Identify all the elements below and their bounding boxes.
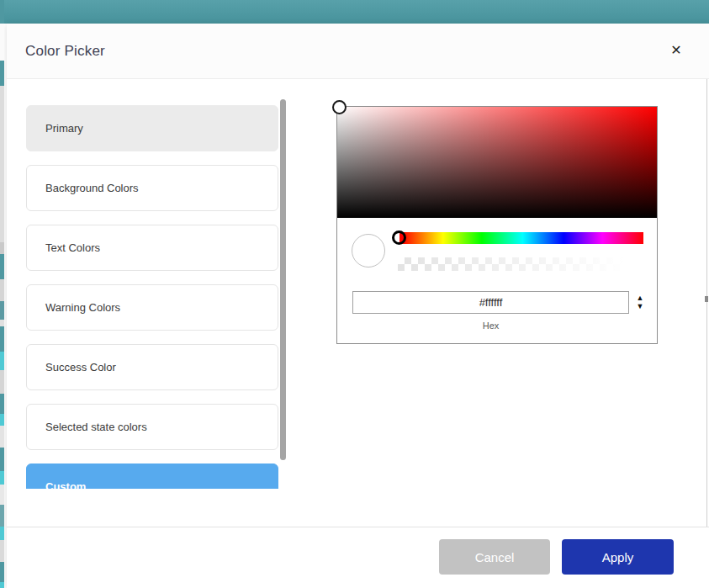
stepper-up-icon[interactable]: ▲ (637, 294, 644, 302)
current-color-swatch (352, 234, 385, 268)
sidebar-item-selected-state-colors[interactable]: Selected state colors (26, 404, 278, 450)
sidebar-item-text-colors[interactable]: Text Colors (26, 225, 278, 271)
cancel-button[interactable]: Cancel (439, 539, 550, 575)
sidebar-scrollbar[interactable] (280, 99, 286, 460)
saturation-pointer[interactable] (332, 100, 347, 114)
page-top-bar (0, 0, 709, 24)
sidebar-item-warning-colors[interactable]: Warning Colors (26, 284, 278, 331)
apply-button[interactable]: Apply (562, 539, 674, 575)
sidebar-item-label: Warning Colors (45, 301, 120, 314)
hue-slider-handle[interactable] (392, 230, 406, 245)
page-scrollbar-marker (705, 296, 708, 302)
sidebar-item-success-color[interactable]: Success Color (26, 344, 278, 390)
saturation-gradient-area[interactable] (337, 107, 657, 218)
hex-field-label: Hex (352, 320, 629, 331)
hex-stepper[interactable]: ▲ ▼ (633, 291, 647, 314)
sidebar-item-label: Primary (45, 122, 83, 135)
sidebar-item-label: Background Colors (45, 182, 139, 194)
dialog-header: Color Picker ✕ (7, 24, 709, 79)
hex-input[interactable] (352, 291, 629, 314)
hue-slider[interactable] (402, 232, 643, 244)
page-scrollbar-track (706, 79, 707, 527)
sidebar-item-label: Text Colors (45, 241, 100, 254)
footer-divider (7, 527, 709, 527)
alpha-slider[interactable] (398, 257, 643, 271)
sidebar-item-label: Custom (45, 480, 86, 489)
stepper-down-icon[interactable]: ▼ (637, 303, 644, 310)
sidebar-item-primary[interactable]: Primary (26, 105, 278, 151)
sidebar-item-label: Selected state colors (45, 421, 147, 433)
sidebar-item-custom[interactable]: Custom (26, 464, 278, 489)
color-picker-panel: ▲ ▼ Hex (336, 106, 658, 344)
page-edge-strip (0, 0, 4, 588)
sidebar-item-label: Success Color (45, 361, 116, 373)
close-icon[interactable]: ✕ (666, 40, 686, 61)
page-title: Color Picker (25, 43, 105, 60)
sidebar-item-background-colors[interactable]: Background Colors (26, 165, 278, 211)
color-category-list: Primary Background Colors Text Colors Wa… (26, 97, 278, 489)
